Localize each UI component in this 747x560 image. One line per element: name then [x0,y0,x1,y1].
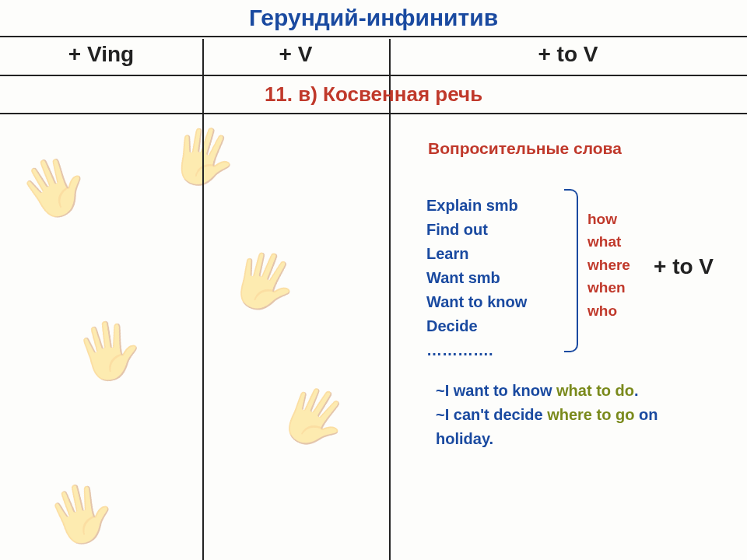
question-words: how what where when who [587,208,630,322]
divider-line [389,39,391,560]
verb-item: Find out [426,218,527,242]
verb-item: Want to know [426,290,527,314]
col-tov: + to V [389,37,747,75]
qword-item: when [587,276,630,299]
verb-item: Learn [426,242,527,266]
example-sentence: ~I want to know what to do. [436,379,716,403]
divider-line [202,39,204,560]
examples: ~I want to know what to do. ~I can't dec… [436,379,716,451]
column-headers: + Ving + V + to V [0,36,747,75]
verb-item: Want smb [426,266,527,290]
example-highlight: what to do [556,382,634,399]
formula-text: + to V [654,254,714,279]
col-v: + V [202,37,389,75]
qword-item: what [587,230,630,253]
page-title: Герундий-инфинитив [0,0,747,31]
qword-item: where [587,254,630,276]
verb-item: …………. [426,338,527,362]
example-part: ~I can't decide [436,406,547,423]
qword-item: who [587,299,630,322]
example-highlight: where to go [547,406,634,423]
curly-brace-icon [564,189,578,352]
example-sentence: ~I can't decide where to go on holiday. [436,403,716,451]
qword-item: how [587,208,630,230]
col-ving: + Ving [0,37,202,75]
subheading: Вопросительные слова [428,139,622,158]
content: Вопросительные слова Explain smb Find ou… [0,114,747,550]
verb-item: Decide [426,314,527,338]
example-part: . [634,382,639,399]
example-part: ~I want to know [436,382,556,399]
verb-item: Explain smb [426,194,527,218]
verb-list: Explain smb Find out Learn Want smb Want… [426,194,527,362]
section-heading: 11. в) Косвенная речь [0,75,747,114]
